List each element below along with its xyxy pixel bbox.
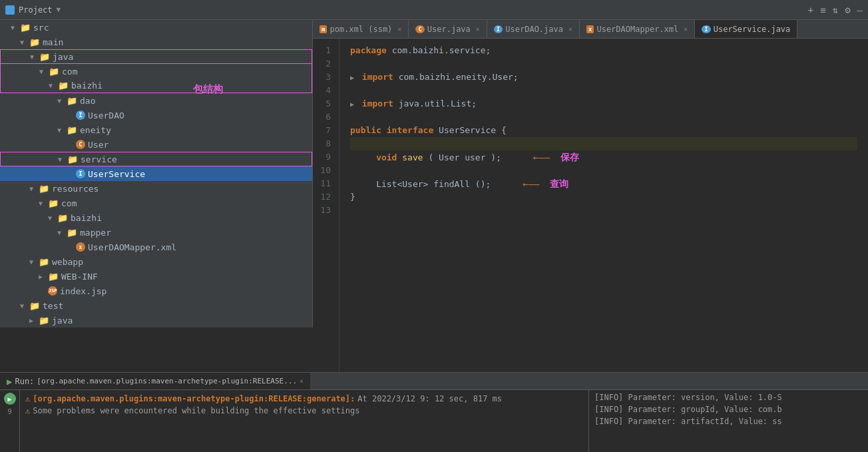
label-test-java: java [52, 316, 73, 326]
tab-pom-badge: m [320, 25, 327, 33]
line-num-13: 13 [318, 204, 331, 217]
tree-item-indexjsp[interactable]: JSP index.jsp [0, 284, 312, 298]
line-num-4: 4 [318, 84, 331, 97]
tree-item-user[interactable]: C User [0, 137, 312, 152]
folder-webapp-icon: 📁 [39, 257, 49, 267]
arrow-src: ▼ [11, 24, 17, 31]
arrow-test-java: ▶ [29, 317, 36, 324]
tab-userdao[interactable]: I UserDAO.java ✕ [487, 20, 580, 38]
arrow-eneity: ▼ [57, 126, 64, 134]
tree-item-eneity[interactable]: ▼ 📁 eneity [0, 122, 312, 137]
tab-userservice-badge: I [702, 25, 710, 33]
folder-webinf-icon: 📁 [48, 272, 59, 282]
kw-void1: void [376, 152, 397, 162]
log-bold-1: [org.apache.maven.plugins:maven-archetyp… [33, 394, 355, 403]
tree-item-src[interactable]: ▼ 📁 src [0, 20, 312, 35]
tree-item-test-java[interactable]: ▶ 📁 java [0, 313, 312, 328]
sidebar-wrapper: ▼ 📁 src ▼ 📁 main ▼ 📁 java ▼ 📁 co [0, 20, 313, 372]
menu-icon[interactable]: ≡ [820, 5, 825, 15]
info-line-1: [INFO] Parameter: version, Value: 1.0-S [594, 393, 863, 405]
label-webinf: WEB-INF [61, 272, 98, 282]
run-number-9[interactable]: 9 [7, 407, 12, 416]
log-text-2: Some problems were encountered while bui… [33, 406, 359, 415]
info-text-1: [INFO] Parameter: version, Value: 1.0-S [594, 393, 782, 402]
title-bar: Project ▼ + ≡ ⇅ ⚙ — [0, 0, 868, 20]
tab-userdaomapper-close[interactable]: ✕ [684, 25, 688, 33]
code-line-13 [350, 204, 857, 217]
tab-userdao-close[interactable]: ✕ [568, 25, 572, 33]
minimize-icon[interactable]: — [857, 5, 863, 15]
log-area: ⚠ [org.apache.maven.plugins:maven-archet… [20, 390, 588, 452]
tree-item-service[interactable]: ▼ 📁 service [0, 152, 312, 166]
label-resources: resources [52, 184, 99, 194]
tab-user[interactable]: C User.java ✕ [409, 20, 487, 38]
tree-item-test[interactable]: ▼ 📁 test [0, 298, 312, 313]
tree-item-java[interactable]: ▼ 📁 java [0, 49, 312, 64]
tab-pom[interactable]: m pom.xml (ssm) ✕ [313, 20, 409, 38]
folder-java-icon: 📁 [39, 52, 50, 62]
tab-user-close[interactable]: ✕ [476, 25, 480, 33]
tree-item-webapp[interactable]: ▼ 📁 webapp [0, 254, 312, 269]
bottom-panel: ▶ Run: [org.apache.maven.plugins:maven-a… [0, 372, 868, 452]
tree-item-baizhi[interactable]: ▼ 📁 baizhi [0, 79, 312, 93]
settings-icon[interactable]: ⚙ [845, 5, 850, 15]
label-src: src [33, 23, 49, 33]
tree-item-res-baizhi[interactable]: ▼ 📁 baizhi [0, 210, 312, 225]
tab-userservice[interactable]: I UserService.java [695, 20, 797, 38]
tab-user-label: User.java [427, 25, 471, 34]
annotation-label-bao: 包结构 [193, 83, 223, 96]
code-content[interactable]: package com.baizhi.service; ▶ import com… [339, 39, 868, 372]
line-num-6: 6 [318, 111, 331, 124]
tab-pom-close[interactable]: ✕ [397, 25, 401, 33]
info-side: [INFO] Parameter: version, Value: 1.0-S … [588, 390, 868, 452]
bottom-tab-close[interactable]: × [300, 377, 304, 385]
tree-item-main[interactable]: ▼ 📁 main [0, 35, 312, 49]
arrow-dao: ▼ [57, 97, 64, 105]
label-test: test [43, 301, 63, 311]
tree-item-userservice[interactable]: I UserService [0, 166, 312, 181]
line-num-12: 12 [318, 190, 331, 204]
label-baizhi: baizhi [71, 81, 103, 91]
label-mapper: mapper [80, 228, 111, 238]
tree-item-com[interactable]: ▼ 📁 com [0, 64, 312, 79]
label-service: service [81, 154, 117, 164]
badge-indexjsp: JSP [48, 286, 57, 296]
tree-item-userdao[interactable]: I UserDAO [0, 108, 312, 122]
tab-userdaomapper-badge: x [586, 25, 594, 33]
annotation-text-findall: 查询 [550, 178, 568, 189]
run-play-button[interactable]: ▶ [4, 393, 16, 405]
code-line-8 [350, 137, 857, 150]
bottom-tab-run[interactable]: ▶ Run: [org.apache.maven.plugins:maven-a… [0, 373, 310, 389]
sort-icon[interactable]: ⇅ [833, 5, 838, 15]
tab-userdaomapper[interactable]: x UserDAOMapper.xml ✕ [580, 20, 695, 38]
label-com: com [62, 67, 77, 77]
info-line-3: [INFO] Parameter: artifactId, Value: ss [594, 417, 863, 429]
tree-item-userdaomapper[interactable]: x UserDAOMapper.xml [0, 240, 312, 254]
line-num-5: 5 [318, 97, 331, 111]
label-userdaomapper: UserDAOMapper.xml [88, 242, 176, 252]
code-line-6 [350, 111, 857, 124]
annotation-arrow-findall: ←—— [523, 178, 539, 189]
arrow-resources: ▼ [29, 185, 36, 192]
project-label: Project [19, 5, 53, 15]
main-area: ▼ 📁 src ▼ 📁 main ▼ 📁 java ▼ 📁 co [0, 20, 868, 372]
tree-item-res-com[interactable]: ▼ 📁 com [0, 196, 312, 210]
arrow-res-com: ▼ [39, 200, 45, 207]
project-arrow[interactable]: ▼ [57, 5, 61, 14]
label-userdao: UserDAO [88, 111, 124, 120]
tree-item-resources[interactable]: ▼ 📁 resources [0, 181, 312, 196]
tree-item-webinf[interactable]: ▶ 📁 WEB-INF [0, 269, 312, 284]
folder-resources-icon: 📁 [39, 184, 49, 194]
label-res-baizhi: baizhi [71, 213, 102, 223]
label-main: main [43, 37, 63, 47]
tree-item-dao[interactable]: ▼ 📁 dao [0, 93, 312, 108]
code-line-10 [350, 164, 857, 177]
tree-item-mapper[interactable]: ▼ 📁 mapper [0, 225, 312, 240]
run-maven-label: [org.apache.maven.plugins:maven-archetyp… [37, 377, 297, 385]
add-icon[interactable]: + [808, 5, 813, 15]
bottom-tabs: ▶ Run: [org.apache.maven.plugins:maven-a… [0, 373, 868, 390]
kw-import2: import [362, 99, 393, 109]
code-line-5: ▶ import java.util.List; [350, 97, 857, 111]
tab-pom-label: pom.xml (ssm) [329, 25, 392, 34]
label-webapp: webapp [52, 257, 83, 267]
